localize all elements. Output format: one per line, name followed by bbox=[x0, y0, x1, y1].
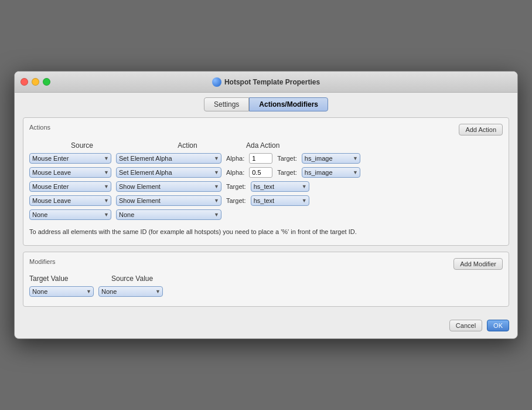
source-dropdown-2[interactable]: Mouse Leave Mouse Enter None bbox=[32, 169, 81, 176]
mod-source-col-header: Source Value bbox=[111, 275, 182, 283]
add-action-button[interactable]: Add Action bbox=[459, 124, 503, 135]
alpha-input-1[interactable] bbox=[249, 153, 272, 164]
chevron-down-icon: ▼ bbox=[353, 155, 358, 161]
action-dropdown-1[interactable]: Set Element Alpha Show Element None bbox=[119, 155, 182, 162]
chevron-down-icon: ▼ bbox=[302, 198, 307, 204]
source-col-header: Source bbox=[35, 141, 129, 150]
ada-col-header: Ada Action bbox=[246, 141, 279, 150]
target-select-1[interactable]: hs_image hs_text ▼ bbox=[302, 153, 360, 164]
chevron-down-icon: ▼ bbox=[104, 198, 109, 204]
target-label-3: Target: bbox=[226, 183, 246, 190]
action-select-4[interactable]: Show Element Set Element Alpha None ▼ bbox=[116, 195, 221, 206]
source-dropdown-3[interactable]: Mouse Enter Mouse Leave None bbox=[32, 183, 81, 190]
action-row-5: None Mouse Enter Mouse Leave ▼ None Set … bbox=[29, 209, 503, 220]
columns-header: Source Action Ada Action bbox=[29, 141, 503, 150]
source-dropdown-1[interactable]: Mouse Enter Mouse Leave None bbox=[32, 155, 81, 162]
chevron-down-icon: ▼ bbox=[86, 289, 91, 294]
titlebar-buttons bbox=[21, 78, 50, 86]
source-select-5[interactable]: None Mouse Enter Mouse Leave ▼ bbox=[29, 209, 111, 220]
window-title: Hotspot Template Properties bbox=[224, 78, 320, 86]
source-select-3[interactable]: Mouse Enter Mouse Leave None ▼ bbox=[29, 181, 111, 192]
target-dropdown-3[interactable]: hs_text hs_image bbox=[254, 183, 291, 190]
mod-source-select[interactable]: None ▼ bbox=[98, 286, 163, 297]
target-label-4: Target: bbox=[226, 197, 246, 204]
source-select-2[interactable]: Mouse Leave Mouse Enter None ▼ bbox=[29, 167, 111, 178]
target-select-2[interactable]: hs_image hs_text ▼ bbox=[302, 167, 360, 178]
action-select-2[interactable]: Set Element Alpha Show Element None ▼ bbox=[116, 167, 221, 178]
source-dropdown-4[interactable]: Mouse Leave Mouse Enter None bbox=[32, 197, 81, 204]
target-dropdown-2[interactable]: hs_image hs_text bbox=[305, 169, 342, 176]
action-select-1[interactable]: Set Element Alpha Show Element None ▼ bbox=[116, 153, 221, 164]
target-label-2: Target: bbox=[277, 169, 297, 176]
actions-section: Actions Add Action Source Action Ada Act… bbox=[23, 117, 509, 246]
window-icon bbox=[212, 77, 221, 87]
modifiers-header: Modifiers Add Modifier bbox=[29, 258, 503, 270]
close-button[interactable] bbox=[21, 78, 28, 86]
action-col-header: Action bbox=[129, 141, 246, 150]
chevron-down-icon: ▼ bbox=[353, 170, 358, 175]
mod-target-dropdown[interactable]: None bbox=[32, 288, 57, 295]
alpha-label-1: Alpha: bbox=[226, 155, 244, 162]
chevron-down-icon: ▼ bbox=[104, 170, 109, 175]
modifier-row-1: None ▼ None ▼ bbox=[29, 286, 503, 297]
target-label-1: Target: bbox=[277, 155, 297, 162]
chevron-down-icon: ▼ bbox=[214, 198, 219, 204]
note-text: To address all elements with the same ID… bbox=[29, 225, 503, 239]
ok-button[interactable]: OK bbox=[487, 320, 509, 331]
action-dropdown-4[interactable]: Show Element Set Element Alpha None bbox=[119, 197, 182, 204]
tabs-bar: Settings Actions/Modifiers bbox=[15, 93, 517, 111]
mod-target-select[interactable]: None ▼ bbox=[29, 286, 94, 297]
chevron-down-icon: ▼ bbox=[155, 289, 161, 294]
mod-source-dropdown[interactable]: None bbox=[101, 288, 127, 295]
titlebar: Hotspot Template Properties bbox=[15, 72, 517, 93]
modifiers-label: Modifiers bbox=[29, 258, 56, 265]
chevron-down-icon: ▼ bbox=[104, 155, 109, 161]
tab-actions-modifiers[interactable]: Actions/Modifiers bbox=[249, 97, 328, 111]
modifiers-section: Modifiers Add Modifier Target Value Sour… bbox=[23, 252, 509, 307]
chevron-down-icon: ▼ bbox=[104, 212, 109, 218]
minimize-button[interactable] bbox=[32, 78, 39, 86]
chevron-down-icon: ▼ bbox=[214, 212, 219, 218]
modifier-col-headers: Target Value Source Value bbox=[29, 275, 503, 283]
mod-target-col-header: Target Value bbox=[29, 275, 100, 283]
chevron-down-icon: ▼ bbox=[214, 184, 219, 189]
footer: Cancel OK bbox=[15, 315, 517, 338]
chevron-down-icon: ▼ bbox=[302, 184, 307, 189]
action-dropdown-2[interactable]: Set Element Alpha Show Element None bbox=[119, 169, 182, 176]
maximize-button[interactable] bbox=[43, 78, 50, 86]
actions-header: Actions Add Action bbox=[29, 124, 503, 135]
cancel-button[interactable]: Cancel bbox=[449, 320, 482, 331]
action-select-3[interactable]: Show Element Set Element Alpha None ▼ bbox=[116, 181, 221, 192]
action-row-2: Mouse Leave Mouse Enter None ▼ Set Eleme… bbox=[29, 167, 503, 178]
alpha-input-2[interactable] bbox=[249, 167, 272, 178]
target-select-4[interactable]: hs_text hs_image ▼ bbox=[251, 195, 309, 206]
action-row-4: Mouse Leave Mouse Enter None ▼ Show Elem… bbox=[29, 195, 503, 206]
alpha-label-2: Alpha: bbox=[226, 169, 244, 176]
action-select-5[interactable]: None Set Element Alpha Show Element ▼ bbox=[116, 209, 221, 220]
chevron-down-icon: ▼ bbox=[104, 184, 109, 189]
main-window: Hotspot Template Properties Settings Act… bbox=[14, 71, 518, 339]
tab-settings[interactable]: Settings bbox=[204, 97, 249, 111]
action-dropdown-3[interactable]: Show Element Set Element Alpha None bbox=[119, 183, 182, 190]
main-content: Actions Add Action Source Action Ada Act… bbox=[15, 111, 517, 315]
actions-label: Actions bbox=[29, 124, 50, 131]
source-select-1[interactable]: Mouse Enter Mouse Leave None ▼ bbox=[29, 153, 111, 164]
target-dropdown-4[interactable]: hs_text hs_image bbox=[254, 197, 291, 204]
target-select-3[interactable]: hs_text hs_image ▼ bbox=[251, 181, 309, 192]
title-area: Hotspot Template Properties bbox=[212, 77, 320, 87]
action-row-3: Mouse Enter Mouse Leave None ▼ Show Elem… bbox=[29, 181, 503, 192]
target-dropdown-1[interactable]: hs_image hs_text bbox=[305, 155, 342, 162]
source-dropdown-5[interactable]: None Mouse Enter Mouse Leave bbox=[32, 211, 81, 218]
source-select-4[interactable]: Mouse Leave Mouse Enter None ▼ bbox=[29, 195, 111, 206]
action-dropdown-5[interactable]: None Set Element Alpha Show Element bbox=[119, 211, 182, 218]
chevron-down-icon: ▼ bbox=[214, 170, 219, 175]
action-row-1: Mouse Enter Mouse Leave None ▼ Set Eleme… bbox=[29, 153, 503, 164]
chevron-down-icon: ▼ bbox=[214, 155, 219, 161]
add-modifier-button[interactable]: Add Modifier bbox=[453, 258, 503, 270]
